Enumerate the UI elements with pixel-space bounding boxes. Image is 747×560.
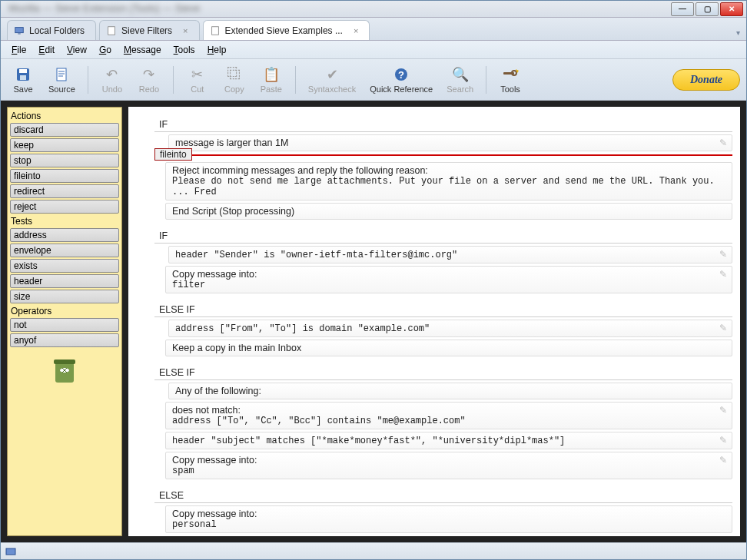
drag-chip[interactable]: fileinto [154,148,192,161]
action-head: Copy message into: [172,269,725,280]
copy-button[interactable]: ⿻ Copy [218,65,251,95]
help-icon: ? [393,66,410,83]
save-button[interactable]: Save [7,65,39,95]
sidebar-head-operators: Operators [10,304,119,317]
sidebar-item-envelope[interactable]: envelope [10,244,119,257]
minimize-button[interactable]: — [671,2,694,16]
anyof-text: Any of the following: [175,386,261,396]
check-icon: ✔ [324,66,340,83]
titlebar: Mozilla — Sieve Extension (Tools) — Siev… [1,1,746,18]
elseif-label[interactable]: ELSE IF [154,366,732,380]
donate-button[interactable]: Donate [672,69,740,91]
tool-label: Search [447,84,473,94]
svg-text:?: ? [398,69,404,81]
condition-row[interactable]: address ["From", "To"] is domain "exampl… [168,320,732,337]
pencil-icon[interactable]: ✎ [719,138,727,148]
pencil-icon[interactable]: ✎ [719,269,727,280]
notmatch-head: does not match: [172,405,725,416]
elseif-label[interactable]: ELSE IF [154,303,732,317]
quick-reference-button[interactable]: ? Quick Reference [365,65,437,95]
sidebar-item-stop[interactable]: stop [10,154,119,167]
window-buttons: — ▢ ✕ [671,2,743,16]
pencil-icon[interactable]: ✎ [719,405,727,416]
svg-rect-0 [15,27,24,32]
cut-button[interactable]: ✂ Cut [181,65,214,95]
reject-row[interactable]: Reject incomming messages and reply the … [165,162,732,200]
sidebar-item-exists[interactable]: exists [10,259,119,273]
tool-label: Syntaxcheck [308,84,356,94]
menu-message[interactable]: Message [119,43,166,57]
search-button[interactable]: 🔍 Search [442,65,478,95]
svg-rect-3 [211,26,218,35]
pencil-icon[interactable]: ✎ [719,455,727,466]
sidebar-head-actions: Actions [10,109,119,122]
svg-rect-5 [19,69,27,73]
menubar: File Edit View Go Message Tools Help [1,41,746,59]
toolbar-separator [295,66,296,94]
endscript-row[interactable]: End Script (Stop processing) [165,203,732,220]
sidebar-item-redirect[interactable]: redirect [10,184,119,198]
if-label[interactable]: IF [154,118,732,132]
menu-help[interactable]: Help [203,43,231,57]
anyof-row[interactable]: Any of the following: [168,383,732,399]
search-icon: 🔍 [452,66,469,83]
status-icon [5,546,16,557]
tab-close-icon[interactable]: × [183,26,188,35]
pencil-icon[interactable]: ✎ [719,323,727,333]
tab-sieve-filters[interactable]: Sieve Filters × [99,20,199,40]
action-head: Copy message into: [172,455,725,466]
sidebar-item-size[interactable]: size [10,290,119,303]
pencil-icon[interactable]: ✎ [719,249,727,260]
reject-head: Reject incomming messages and reply the … [172,165,725,176]
syntaxcheck-button[interactable]: ✔ Syntaxcheck [304,65,360,95]
sidebar-item-keep[interactable]: keep [10,138,119,152]
tab-extended-examples[interactable]: Extended Sieve Examples ... × [203,20,370,40]
source-button[interactable]: Source [44,65,80,95]
notmatch-body: address ["To", "Cc", "Bcc"] contains "me… [172,416,725,426]
rule-block-1: IF message is larger than 1M ✎ fileinto … [154,118,740,220]
condition-text: message is larger than 1M [175,138,288,148]
trash-icon[interactable] [48,356,81,386]
sidebar-item-reject[interactable]: reject [10,200,119,214]
maximize-button[interactable]: ▢ [696,2,719,16]
tab-close-icon[interactable]: × [354,26,358,35]
headermatch-row[interactable]: header "subject" matches ["*make*money*f… [165,432,732,449]
sidebar-item-fileinto[interactable]: fileinto [10,169,119,183]
sidebar-item-address[interactable]: address [10,228,119,242]
tab-dropdown-icon[interactable]: ▾ [736,28,740,37]
tool-label: Redo [139,84,159,94]
action-row[interactable]: Keep a copy in the main Inbox [165,340,732,356]
tab-label: Local Folders [29,25,85,36]
tab-local-folders[interactable]: Local Folders [7,20,96,40]
menu-view[interactable]: View [62,43,91,57]
action-row[interactable]: Copy message into: personal [165,505,732,533]
pencil-icon[interactable]: ✎ [719,435,727,446]
tools-icon [502,66,519,83]
menu-edit[interactable]: Edit [34,43,59,57]
if-label[interactable]: IF [154,229,732,244]
undo-button[interactable]: ↶ Undo [96,65,128,95]
toolbar-separator [173,66,174,94]
sidebar-item-header[interactable]: header [10,274,119,288]
action-head: Copy message into: [172,509,725,519]
menu-file[interactable]: File [7,43,31,57]
sidebar-item-discard[interactable]: discard [10,123,119,137]
toolbar-separator [88,66,88,94]
condition-row[interactable]: message is larger than 1M ✎ [168,134,732,151]
sidebar-item-not[interactable]: not [10,318,119,332]
tool-label: Save [13,84,32,94]
menu-go[interactable]: Go [95,43,116,57]
action-row[interactable]: Copy message into: filter ✎ [165,266,732,293]
paste-button[interactable]: 📋 Paste [255,65,287,95]
close-button[interactable]: ✕ [720,2,743,16]
tab-label: Sieve Filters [121,25,172,36]
sidebar-item-anyof[interactable]: anyof [10,333,119,347]
menu-tools[interactable]: Tools [169,43,200,57]
tools-button[interactable]: Tools [494,65,526,95]
else-label[interactable]: ELSE [154,489,732,503]
notmatch-row[interactable]: does not match: address ["To", "Cc", "Bc… [165,402,732,429]
action-row[interactable]: Copy message into: spam ✎ [165,452,732,479]
condition-row[interactable]: header "Sender" is "owner-ietf-mta-filte… [168,246,732,263]
toolbar-separator [486,66,486,94]
redo-button[interactable]: ↷ Redo [133,65,165,95]
